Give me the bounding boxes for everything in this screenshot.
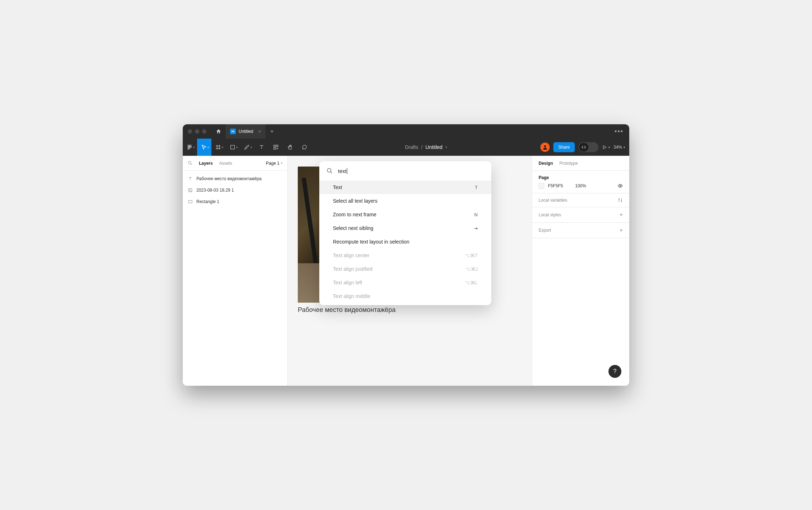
right-panel-tabs: Design Prototype	[532, 156, 629, 171]
local-styles-section[interactable]: Local styles +	[532, 207, 629, 223]
command-item[interactable]: Text align left ⌥⌘L	[319, 276, 491, 289]
tabs-area: Untitled × +	[226, 124, 278, 139]
background-color-row[interactable]: F5F5F5 100%	[539, 183, 623, 189]
layer-name: Rectangle 1	[196, 199, 219, 204]
window-zoom-button[interactable]	[202, 129, 206, 134]
svg-point-10	[188, 162, 191, 164]
comment-icon	[302, 144, 307, 150]
command-item[interactable]: Text align justified ⌥⌘J	[319, 262, 491, 276]
color-swatch[interactable]	[539, 183, 544, 189]
breadcrumb[interactable]: Drafts / Untitled ▾	[312, 144, 540, 150]
command-item[interactable]: Text align middle	[319, 289, 491, 303]
home-button[interactable]	[211, 124, 226, 139]
cursor-icon	[201, 144, 207, 150]
command-item[interactable]: Select next sibling ⇥	[319, 221, 491, 235]
command-item[interactable]: Select all text layers	[319, 194, 491, 208]
figma-file-icon	[230, 129, 236, 134]
zoom-selector[interactable]: 34% ▾	[613, 145, 625, 150]
tab-title: Untitled	[239, 129, 253, 134]
window-close-button[interactable]	[188, 129, 192, 134]
svg-rect-6	[274, 145, 276, 147]
command-item[interactable]: Text align center ⌥⌘T	[319, 249, 491, 262]
toolbar-right: Share ▾ 34% ▾	[540, 142, 629, 152]
pen-tool-button[interactable]: ▾	[240, 139, 254, 156]
main-menu-button[interactable]: ▾	[183, 139, 197, 156]
close-icon[interactable]: ×	[258, 129, 261, 134]
layer-name: 2023-08-03 18.29 1	[196, 188, 234, 193]
svg-rect-8	[274, 148, 276, 149]
layer-row[interactable]: Rectangle 1	[183, 196, 287, 207]
svg-point-3	[190, 146, 191, 148]
layers-tab[interactable]: Layers	[199, 161, 213, 166]
title-bar: Untitled × + •••	[183, 124, 629, 139]
layers-list: Рабочее место видеомонтажёра 2023-08-03 …	[183, 171, 287, 210]
search-icon	[326, 168, 333, 174]
tab-untitled[interactable]: Untitled ×	[226, 124, 266, 139]
text-icon	[259, 144, 264, 150]
svg-point-9	[544, 145, 546, 147]
search-icon[interactable]	[188, 161, 192, 165]
text-tool-button[interactable]	[254, 139, 269, 156]
chevron-down-icon: ▾	[608, 146, 610, 149]
tab-design[interactable]: Design	[539, 161, 553, 166]
color-opacity[interactable]: 100%	[575, 183, 586, 188]
traffic-lights	[183, 129, 211, 134]
rectangle-icon	[230, 144, 235, 150]
hand-tool-button[interactable]	[283, 139, 297, 156]
command-palette-search[interactable]: text	[319, 161, 491, 181]
plugin-icon	[273, 144, 279, 150]
svg-point-14	[327, 168, 331, 172]
breadcrumb-current: Untitled	[425, 144, 442, 150]
svg-point-4	[188, 148, 189, 149]
right-panel: Design Prototype Page F5F5F5 100%	[532, 156, 629, 386]
app-menu-button[interactable]: •••	[609, 128, 629, 135]
command-item[interactable]: Recompute text layout in selection	[319, 235, 491, 249]
resources-tool-button[interactable]	[269, 139, 283, 156]
svg-rect-7	[276, 145, 278, 147]
text-layer-icon	[188, 176, 193, 181]
main-area: Layers Assets Page 1 ▾ Рабочее место вид…	[183, 156, 629, 386]
comment-tool-button[interactable]	[297, 139, 312, 156]
plus-icon[interactable]: +	[620, 212, 623, 218]
export-section[interactable]: Export +	[532, 223, 629, 238]
present-button[interactable]: ▾	[602, 145, 610, 150]
plus-icon[interactable]: +	[620, 227, 623, 234]
share-button[interactable]: Share	[553, 142, 575, 152]
canvas-text-layer[interactable]: Рабочее место видеомонтажёра	[298, 306, 396, 314]
chevron-down-icon: ▾	[445, 145, 447, 149]
window-minimize-button[interactable]	[195, 129, 199, 134]
play-icon	[602, 145, 607, 150]
tab-prototype[interactable]: Prototype	[559, 161, 578, 166]
left-panel: Layers Assets Page 1 ▾ Рабочее место вид…	[183, 156, 288, 386]
zoom-value: 34%	[613, 145, 622, 150]
layer-row[interactable]: 2023-08-03 18.29 1	[183, 184, 287, 196]
visibility-toggle[interactable]	[618, 183, 623, 188]
app-window: Untitled × + ••• ▾ ▾ ▾ ▾ ▾	[183, 124, 629, 386]
settings-icon[interactable]	[618, 198, 623, 203]
chevron-down-icon: ▾	[624, 146, 625, 149]
move-tool-button[interactable]: ▾	[197, 139, 211, 156]
command-item[interactable]: Text T	[319, 181, 491, 194]
dev-mode-toggle[interactable]	[578, 142, 598, 152]
shape-tool-button[interactable]: ▾	[226, 139, 240, 156]
local-variables-section[interactable]: Local variables	[532, 193, 629, 207]
new-tab-button[interactable]: +	[266, 128, 278, 135]
pen-icon	[244, 144, 250, 150]
help-button[interactable]: ?	[608, 365, 621, 378]
command-palette-query: text	[338, 168, 347, 174]
frame-tool-button[interactable]: ▾	[211, 139, 226, 156]
command-item[interactable]: Zoom to next frame N	[319, 208, 491, 221]
svg-rect-13	[188, 201, 192, 203]
figma-logo-icon	[187, 144, 192, 150]
layer-name: Рабочее место видеомонтажёра	[196, 176, 262, 181]
color-hex[interactable]: F5F5F5	[548, 183, 563, 188]
home-icon	[216, 129, 221, 134]
breadcrumb-parent: Drafts	[405, 144, 418, 150]
assets-tab[interactable]: Assets	[219, 161, 232, 166]
page-section: Page F5F5F5 100%	[532, 171, 629, 193]
avatar[interactable]	[540, 143, 550, 152]
canvas[interactable]: Рабочее место видеомонтажёра text Text T…	[288, 156, 532, 386]
page-selector[interactable]: Page 1 ▾	[266, 161, 282, 166]
layer-row[interactable]: Рабочее место видеомонтажёра	[183, 173, 287, 184]
code-icon	[581, 145, 586, 150]
